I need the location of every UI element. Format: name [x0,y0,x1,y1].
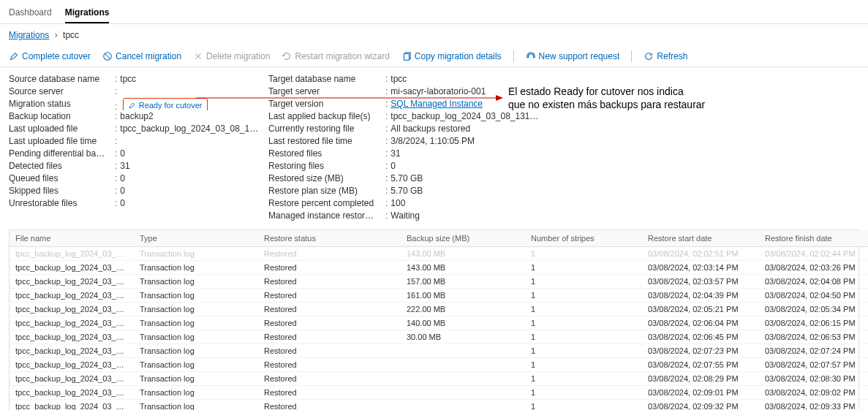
cell-stripes: 1 [525,400,642,411]
toolbar-separator [513,50,514,62]
refresh-button[interactable]: Refresh [644,51,687,61]
delete-icon [193,51,203,61]
cell-stripes: 1 [525,386,642,400]
right-labels-col: Target database name Target server Targe… [268,73,378,222]
col-stripes[interactable]: Number of stripes [525,230,642,247]
value-target-db: :tpcc [385,73,539,86]
cell-finish: 03/08/2024, 02:03:26 PM [759,261,868,275]
cell-size [401,400,525,411]
cell-size: 30.00 MB [401,330,525,344]
cell-status: Restored [258,330,401,344]
col-type[interactable]: Type [134,230,258,247]
cancel-migration-button[interactable]: Cancel migration [102,51,181,61]
cell-status: Restored [258,275,401,289]
breadcrumb: Migrations › tpcc [0,24,868,46]
cell-finish: 03/08/2024, 02:09:33 PM [759,400,868,411]
complete-cutover-button[interactable]: Complete cutover [9,51,91,61]
cell-status: Restored [258,247,401,261]
label-currently-restoring: Currently restoring file [268,123,378,135]
cell-finish: 03/08/2024, 02:05:34 PM [759,303,868,316]
cell-size [401,358,525,372]
label-target-version: Target version [268,98,378,110]
cell-finish: 03/08/2024, 02:04:50 PM [759,289,868,303]
cell-stripes: 1 [525,275,642,289]
col-backup-size[interactable]: Backup size (MB) [401,230,525,247]
value-restore-percent: :100 [385,197,539,210]
cell-file: tpcc_backup_log_2024_03_08_130000.trn [10,372,134,386]
cell-stripes: 1 [525,330,642,344]
value-last-applied: :tpcc_backup_log_2024_03_08_131500.trn [385,110,539,123]
label-detected-files: Detected files [9,160,107,172]
cell-type: Transaction log [134,316,258,330]
copy-icon [401,51,412,61]
table-row[interactable]: tpcc_backup_log_2024_03_08_122000.trnTra… [10,261,868,275]
table-row[interactable]: tpcc_backup_log_2024_03_08_125500.trnTra… [10,358,868,372]
value-restored-size: :5.70 GB [385,172,539,185]
cell-start: 03/08/2024, 02:09:01 PM [642,386,759,400]
cell-file: tpcc_backup_log_2024_03_08_131000.trn [10,400,134,411]
col-restore-finish[interactable]: Restore finish date [759,230,868,247]
label-skipped-files: Skipped files [9,185,107,197]
breadcrumb-root[interactable]: Migrations [9,30,49,40]
new-support-button[interactable]: New support request [526,51,620,61]
toolbar: Complete cutover Cancel migration Delete… [0,46,868,67]
cancel-icon [102,51,113,61]
col-restore-status[interactable]: Restore status [258,230,401,247]
cell-finish: 03/08/2024, 02:07:57 PM [759,358,868,372]
table-row[interactable]: tpcc_backup_log_2024_03_08_130500.trnTra… [10,386,868,400]
label-unrestorable-files: Unrestorable files [9,197,107,210]
label-restore-percent: Restore percent completed [268,197,378,210]
label-source-server: Source server [9,86,107,98]
table-row[interactable]: tpcc_backup_log_2024_03_08_122500.trnTra… [10,275,868,289]
table-row[interactable]: tpcc_backup_log_2024_03_08_130000.trnTra… [10,372,868,386]
table-row[interactable]: tpcc_backup_log_2024_03_08_121500.trnTra… [10,247,868,261]
copy-details-button[interactable]: Copy migration details [401,51,502,61]
cell-type: Transaction log [134,400,258,411]
restart-wizard-button: Restart migration wizard [282,51,389,61]
status-badge[interactable]: Ready for cutover [123,98,208,110]
table-row[interactable]: tpcc_backup_log_2024_03_08_123001.trnTra… [10,289,868,303]
cell-status: Restored [258,400,401,411]
value-backup-location: :backup2 [115,110,261,123]
col-file-name[interactable]: File name [10,230,134,247]
cell-file: tpcc_backup_log_2024_03_08_122000.trn [10,261,134,275]
cell-start: 03/08/2024, 02:03:14 PM [642,261,759,275]
breadcrumb-current: tpcc [63,30,79,40]
label-target-server: Target server [268,86,378,98]
cell-stripes: 1 [525,358,642,372]
label-restore-plan-size: Restore plan size (MB) [268,185,378,197]
label-restored-files: Restored files [268,148,378,160]
cell-finish: 03/08/2024, 02:04:08 PM [759,275,868,289]
cell-start: 03/08/2024, 02:02:51 PM [642,247,759,261]
tab-dashboard[interactable]: Dashboard [9,4,52,23]
cell-size: 157.00 MB [401,275,525,289]
cell-file: tpcc_backup_log_2024_03_08_130500.trn [10,386,134,400]
tab-migrations[interactable]: Migrations [65,4,110,23]
cell-status: Restored [258,289,401,303]
label-last-uploaded-file: Last uploaded file [9,123,107,135]
rocket-icon [9,51,19,61]
table-row[interactable]: tpcc_backup_log_2024_03_08_131000.trnTra… [10,400,868,411]
cell-type: Transaction log [134,303,258,316]
table-row[interactable]: tpcc_backup_log_2024_03_08_124500.trnTra… [10,330,868,344]
annotation-text: El estado Ready for cutover nos indica q… [508,85,705,111]
cell-type: Transaction log [134,261,258,275]
cell-start: 03/08/2024, 02:06:45 PM [642,330,759,344]
table-row[interactable]: tpcc_backup_log_2024_03_08_123500.trnTra… [10,303,868,316]
label-last-restored-time: Last restored file time [268,135,378,148]
cell-status: Restored [258,261,401,275]
table-row[interactable]: tpcc_backup_log_2024_03_08_125000.trnTra… [10,344,868,358]
label-pending-diff: Pending differential backups [9,148,107,160]
table-row[interactable]: tpcc_backup_log_2024_03_08_124001.trnTra… [10,316,868,330]
col-restore-start[interactable]: Restore start date [642,230,759,247]
cell-start: 03/08/2024, 02:05:21 PM [642,303,759,316]
cell-file: tpcc_backup_log_2024_03_08_125000.trn [10,344,134,358]
cell-start: 03/08/2024, 02:06:04 PM [642,316,759,330]
left-values-col: :tpcc : : Ready for cutover :backup2 :tp… [115,73,261,222]
cell-stripes: 1 [525,303,642,316]
cell-type: Transaction log [134,372,258,386]
cell-status: Restored [258,303,401,316]
value-skipped-files: :0 [115,185,261,197]
cell-status: Restored [258,372,401,386]
label-source-db: Source database name [9,73,107,86]
